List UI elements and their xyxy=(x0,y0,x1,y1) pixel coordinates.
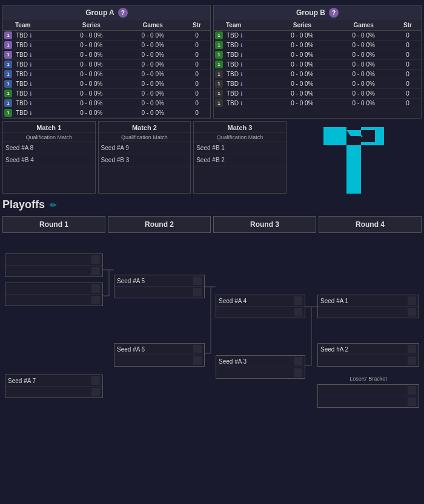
table-row: 1 TBD ℹ 0 - 0 0% 0 - 0 0% 0 xyxy=(214,70,421,79)
team-name: TBD ℹ xyxy=(224,50,271,60)
r1-match2 xyxy=(5,283,103,306)
table-row: 1 TBD ℹ 0 - 0 0% 0 - 0 0% 0 xyxy=(214,60,421,70)
str-val: 0 xyxy=(184,108,210,118)
r2-match2: Seed #A 6 xyxy=(114,343,205,367)
games-val: 0 - 0 0% xyxy=(333,79,394,89)
round2-header: Round 2 xyxy=(108,216,211,233)
group-a-help-icon[interactable]: ? xyxy=(118,8,128,18)
match-team1: Seed #A 8 xyxy=(5,145,33,151)
info-icon[interactable]: ℹ xyxy=(240,100,242,106)
str-val: 0 xyxy=(394,89,421,99)
info-icon[interactable]: ℹ xyxy=(30,52,31,58)
table-row: 1 TBD ℹ 0 - 0 0% 0 - 0 0% 0 xyxy=(214,41,421,50)
info-icon[interactable]: ℹ xyxy=(30,71,31,77)
team-name: TBD ℹ xyxy=(224,70,271,79)
match-team-row: Seed #B 4 xyxy=(3,154,95,166)
group-a-title: Group A xyxy=(85,8,114,17)
info-icon[interactable]: ℹ xyxy=(30,62,31,68)
r1-m2-t2 xyxy=(5,295,102,306)
r3-m1-t1: Seed #A 4 xyxy=(216,295,305,307)
r1-match1 xyxy=(5,254,103,277)
losers-t1 xyxy=(318,385,419,396)
info-icon[interactable]: ℹ xyxy=(240,33,242,39)
match-team-row: Seed #B 3 xyxy=(99,154,191,166)
games-val: 0 - 0 0% xyxy=(333,41,394,50)
series-val: 0 - 0 0% xyxy=(61,70,122,79)
games-val: 0 - 0 0% xyxy=(122,79,184,89)
match-card-1: Match 1 Qualification Match Seed #A 8 Se… xyxy=(2,121,96,194)
match-team-row: Seed #A 9 xyxy=(99,142,191,154)
info-icon[interactable]: ℹ xyxy=(30,81,31,87)
match-title: Match 2 xyxy=(99,122,191,133)
match-team2: Seed #B 2 xyxy=(196,157,225,163)
r1-m1-t2 xyxy=(5,266,102,277)
info-icon[interactable]: ℹ xyxy=(240,62,242,68)
str-val: 0 xyxy=(394,99,421,108)
info-icon[interactable]: ℹ xyxy=(240,81,242,87)
match-team-row: Seed #B 1 xyxy=(194,142,286,154)
str-val: 0 xyxy=(184,60,210,70)
str-val: 0 xyxy=(394,70,421,79)
r4-match1: Seed #A 1 xyxy=(317,295,419,318)
str-val: 0 xyxy=(184,31,210,41)
table-row: 1 TBD ℹ 0 - 0 0% 0 - 0 0% 0 xyxy=(3,31,210,41)
match-team2: Seed #B 4 xyxy=(5,157,34,163)
col-str-b: Str xyxy=(394,20,421,31)
team-name: TBD ℹ xyxy=(13,70,61,79)
series-val: 0 - 0 0% xyxy=(271,89,333,99)
info-icon[interactable]: ℹ xyxy=(240,71,242,77)
match-subtitle: Qualification Match xyxy=(194,133,286,142)
group-b-help-icon[interactable]: ? xyxy=(329,8,339,18)
match-team2: Seed #B 3 xyxy=(101,157,130,163)
info-icon[interactable]: ℹ xyxy=(240,91,242,97)
games-val: 0 - 0 0% xyxy=(122,60,184,70)
r2-m1-t2 xyxy=(114,287,204,298)
series-val: 0 - 0 0% xyxy=(271,79,333,89)
team-name: TBD ℹ xyxy=(13,60,61,70)
info-icon[interactable]: ℹ xyxy=(30,110,31,116)
table-row: 1 TBD ℹ 0 - 0 0% 0 - 0 0% 0 xyxy=(3,89,210,99)
table-row: 1 TBD ℹ 0 - 0 0% 0 - 0 0% 0 xyxy=(3,50,210,60)
logo-right xyxy=(287,121,422,194)
info-icon[interactable]: ℹ xyxy=(240,42,242,48)
games-val: 0 - 0 0% xyxy=(333,60,394,70)
team-name: TBD ℹ xyxy=(224,31,271,41)
info-icon[interactable]: ℹ xyxy=(30,42,31,48)
info-icon[interactable]: ℹ xyxy=(240,52,242,58)
r3-m1-t2 xyxy=(216,307,305,318)
str-val: 0 xyxy=(394,41,421,50)
group-a-table: Group A ? Team Series Games Str 1 TBD ℹ … xyxy=(2,5,211,119)
col-str-a: Str xyxy=(184,20,210,31)
r2-m2-t1: Seed #A 6 xyxy=(114,344,204,355)
edit-icon[interactable]: ✏ xyxy=(50,200,57,210)
match-team1: Seed #A 9 xyxy=(101,145,129,151)
r4-m1-t1: Seed #A 1 xyxy=(318,295,419,307)
r1-match3: Seed #A 7 xyxy=(5,375,103,398)
games-val: 0 - 0 0% xyxy=(333,99,394,108)
playoffs-title: Playoffs xyxy=(2,198,45,211)
series-val: 0 - 0 0% xyxy=(61,41,122,50)
table-row: 1 TBD ℹ 0 - 0 0% 0 - 0 0% 0 xyxy=(3,70,210,79)
games-val: 0 - 0 0% xyxy=(122,41,184,50)
losers-t2 xyxy=(318,396,419,407)
games-val: 0 - 0 0% xyxy=(122,99,184,108)
series-val: 0 - 0 0% xyxy=(61,60,122,70)
info-icon[interactable]: ℹ xyxy=(30,33,31,39)
series-val: 0 - 0 0% xyxy=(271,41,333,50)
info-icon[interactable]: ℹ xyxy=(30,100,31,106)
team-name: TBD ℹ xyxy=(13,50,61,60)
series-val: 0 - 0 0% xyxy=(61,99,122,108)
series-val: 0 - 0 0% xyxy=(61,31,122,41)
team-name: TBD ℹ xyxy=(13,89,61,99)
match-team1: Seed #B 1 xyxy=(196,145,225,151)
info-icon[interactable]: ℹ xyxy=(30,91,31,97)
r1-m3-t2 xyxy=(5,387,102,398)
match-subtitle: Qualification Match xyxy=(99,133,191,142)
games-val: 0 - 0 0% xyxy=(122,50,184,60)
series-val: 0 - 0 0% xyxy=(61,50,122,60)
group-a-standings: Team Series Games Str 1 TBD ℹ 0 - 0 0% 0… xyxy=(3,20,210,118)
table-row: 1 TBD ℹ 0 - 0 0% 0 - 0 0% 0 xyxy=(3,60,210,70)
losers-bracket-label: Losers' Bracket xyxy=(317,375,419,408)
match-team-row: Seed #B 2 xyxy=(194,154,286,166)
str-val: 0 xyxy=(184,99,210,108)
